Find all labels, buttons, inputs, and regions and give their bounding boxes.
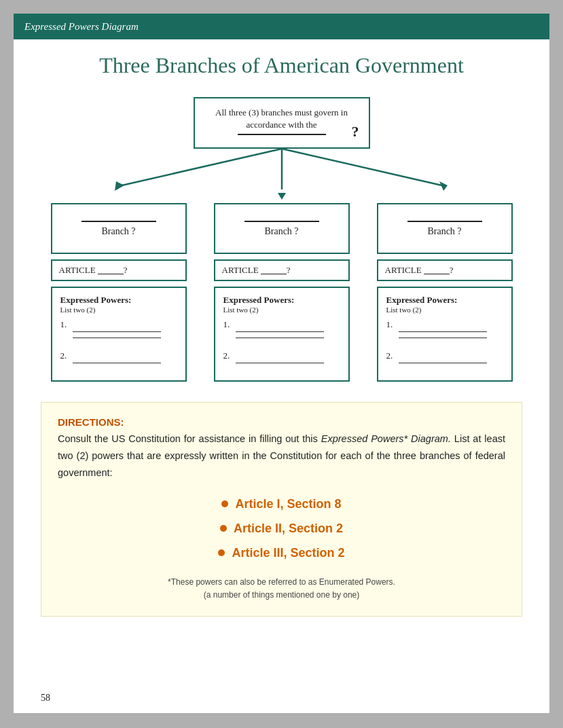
- directions-section: DIRECTIONS: Consult the US Constitution …: [41, 402, 522, 616]
- article-text-center: ARTICLE ?: [222, 265, 291, 276]
- svg-line-0: [119, 149, 282, 186]
- directions-italic: Expressed Powers* Diagram.: [321, 433, 451, 444]
- powers-box-left: Expressed Powers: List two (2) 1. 2.: [51, 287, 187, 382]
- footnote: *These powers can also be referred to as…: [58, 576, 505, 602]
- powers-subtitle-center: List two (2): [223, 306, 340, 314]
- article-list-label-2: Article II, Section 2: [234, 516, 343, 541]
- powers-blank-2-right: [399, 363, 487, 363]
- powers-subtitle-left: List two (2): [60, 306, 177, 314]
- powers-subtitle-right: List two (2): [386, 306, 503, 314]
- header-bar: Expressed Powers Diagram: [14, 14, 549, 39]
- powers-item-2-left: 2.: [60, 350, 177, 363]
- article-text-right: ARTICLE ?: [385, 265, 454, 276]
- bullet-dot-1: [221, 500, 228, 507]
- article-box-left: ARTICLE ?: [51, 259, 187, 281]
- root-question-mark: ?: [352, 123, 359, 141]
- powers-title-right: Expressed Powers:: [386, 295, 503, 306]
- svg-marker-5: [439, 181, 448, 191]
- powers-blank-1a-left: [73, 331, 161, 332]
- powers-blank-1b-left: [73, 338, 161, 338]
- root-box-text: All three (3) branches must govern in ac…: [206, 107, 358, 131]
- arrows-container: [51, 149, 513, 203]
- branch-column-center: Branch ? ARTICLE ? Expressed Powers: Lis…: [214, 203, 350, 382]
- bullet-dot-2: [220, 525, 227, 532]
- powers-item-1-left: 1.: [60, 319, 177, 338]
- page-number: 58: [41, 693, 50, 704]
- article-text-left: ARTICLE ?: [59, 265, 128, 276]
- branch-blank-line-center: [244, 221, 319, 222]
- bullet-dot-3: [218, 549, 225, 556]
- powers-title-left: Expressed Powers:: [60, 295, 177, 306]
- main-title: Three Branches of American Government: [41, 53, 522, 78]
- article-box-right: ARTICLE ?: [377, 259, 513, 281]
- page: Expressed Powers Diagram Three Branches …: [14, 14, 549, 713]
- svg-line-4: [282, 149, 445, 186]
- powers-blank-1b-right: [399, 338, 487, 338]
- branch-box-right: Branch ?: [377, 203, 513, 254]
- powers-box-right: Expressed Powers: List two (2) 1. 2.: [377, 287, 513, 382]
- article-blank-left: [98, 274, 124, 274]
- branch-column-right: Branch ? ARTICLE ? Expressed Powers: Lis…: [377, 203, 513, 382]
- powers-box-center: Expressed Powers: List two (2) 1. 2.: [214, 287, 350, 382]
- branch-label-right: Branch ?: [427, 226, 461, 237]
- branch-box-center: Branch ?: [214, 203, 350, 254]
- branch-column-left: Branch ? ARTICLE ? Expressed Powers: Lis…: [51, 203, 187, 382]
- svg-marker-1: [115, 181, 124, 191]
- branch-label-left: Branch ?: [101, 226, 135, 237]
- svg-marker-3: [278, 193, 286, 200]
- header-title: Expressed Powers Diagram: [24, 21, 139, 32]
- powers-blank-1a-right: [399, 331, 487, 332]
- branch-label-center: Branch ?: [264, 226, 298, 237]
- article-blank-center: [261, 274, 287, 274]
- page-content: Three Branches of American Government Al…: [14, 39, 549, 637]
- powers-blank-2-center: [236, 363, 324, 363]
- powers-title-center: Expressed Powers:: [223, 295, 340, 306]
- article-box-center: ARTICLE ?: [214, 259, 350, 281]
- branches-row: Branch ? ARTICLE ? Expressed Powers: Lis…: [51, 203, 513, 382]
- article-list-item-1: Article I, Section 8: [58, 492, 505, 516]
- footnote-line1: *These powers can also be referred to as…: [58, 576, 505, 589]
- footnote-line2: (a number of things mentioned one by one…: [58, 589, 505, 602]
- articles-list: Article I, Section 8 Article II, Section…: [58, 492, 505, 565]
- branch-blank-line-left: [81, 221, 156, 222]
- powers-blank-2-left: [73, 363, 161, 363]
- article-list-item-2: Article II, Section 2: [58, 516, 505, 541]
- powers-item-1-center: 1.: [223, 319, 340, 338]
- root-box: All three (3) branches must govern in ac…: [194, 97, 370, 149]
- article-blank-right: [424, 274, 450, 274]
- diagram-area: All three (3) branches must govern in ac…: [41, 97, 522, 382]
- powers-blank-1b-center: [236, 338, 324, 338]
- branch-box-left: Branch ?: [51, 203, 187, 254]
- article-list-label-1: Article I, Section 8: [235, 492, 341, 516]
- directions-label: DIRECTIONS:: [58, 416, 124, 428]
- powers-item-2-center: 2.: [223, 350, 340, 363]
- branch-blank-line-right: [407, 221, 482, 222]
- root-box-line: [238, 134, 326, 135]
- article-list-item-3: Article III, Section 2: [58, 541, 505, 565]
- powers-item-1-right: 1.: [386, 319, 503, 338]
- directions-body: Consult the US Constitution for assistan…: [58, 431, 505, 481]
- powers-blank-1a-center: [236, 331, 324, 332]
- article-list-label-3: Article III, Section 2: [232, 541, 344, 565]
- directions-text1: Consult the US Constitution for assistan…: [58, 433, 321, 444]
- powers-item-2-right: 2.: [386, 350, 503, 363]
